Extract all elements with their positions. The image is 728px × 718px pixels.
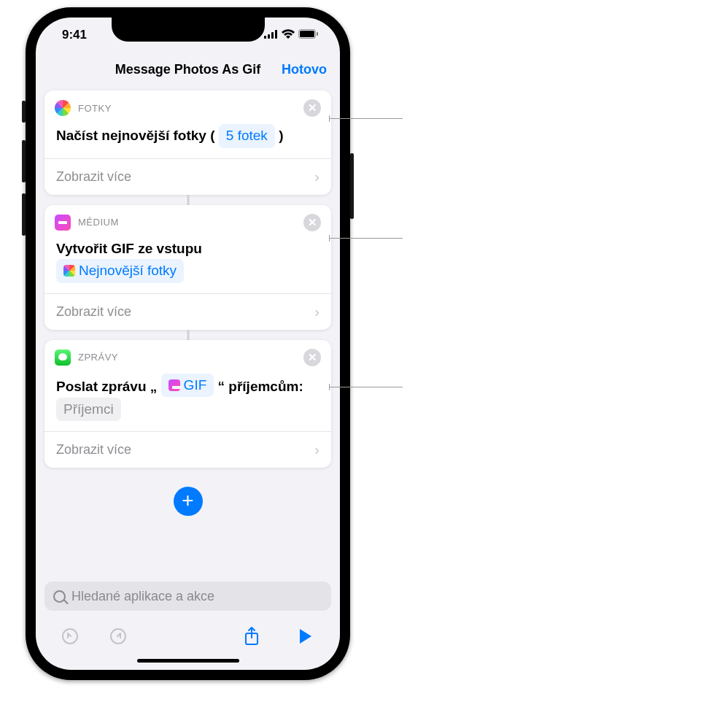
action-text: Poslat zprávu „ <box>56 379 157 394</box>
show-more-label: Zobrazit více <box>56 304 131 320</box>
notch <box>112 18 265 42</box>
wifi-icon <box>282 28 295 42</box>
chevron-right-icon: › <box>314 169 320 185</box>
show-more-label: Zobrazit více <box>56 169 131 185</box>
redo-button[interactable] <box>109 627 128 646</box>
nav-bar: Message Photos As Gif Hotovo <box>36 53 340 86</box>
card-app-label: FOTKY <box>78 103 112 114</box>
card-app-label: MÉDIUM <box>78 217 119 228</box>
photos-app-icon <box>55 100 71 116</box>
show-more-row[interactable]: Zobrazit více › <box>44 158 331 195</box>
undo-button[interactable] <box>61 627 80 646</box>
bottom-toolbar <box>44 618 331 655</box>
svg-rect-0 <box>264 36 266 39</box>
signal-icon <box>264 28 278 42</box>
card-app-label: ZPRÁVY <box>78 352 118 363</box>
flow-connector <box>44 330 331 340</box>
medium-app-icon <box>169 379 180 391</box>
callout-line <box>330 238 403 239</box>
action-text: Vytvořit GIF ze vstupu <box>56 239 320 260</box>
svg-rect-5 <box>300 31 314 37</box>
status-indicators <box>264 28 318 42</box>
chevron-right-icon: › <box>314 304 320 320</box>
home-indicator[interactable] <box>137 659 239 663</box>
search-placeholder: Hledané aplikace a akce <box>71 589 214 604</box>
input-variable-token[interactable]: Nejnovější fotky <box>56 259 184 283</box>
show-more-row[interactable]: Zobrazit více › <box>44 293 331 330</box>
action-description: Vytvořit GIF ze vstupu Nejnovější fotky <box>44 231 331 293</box>
action-description: Načíst nejnovější fotky ( 5 fotek ) <box>44 117 331 158</box>
svg-rect-6 <box>317 32 318 36</box>
action-description: Poslat zprávu „ GIF “ příjemcům: Příjemc… <box>44 366 331 431</box>
action-text-suffix: ) <box>279 128 283 143</box>
show-more-label: Zobrazit více <box>56 442 131 458</box>
recipients-placeholder-token[interactable]: Příjemci <box>56 398 121 422</box>
photos-app-icon <box>63 265 75 277</box>
share-button[interactable] <box>242 627 261 646</box>
svg-rect-3 <box>275 30 277 39</box>
editor-content: FOTKY ✕ Načíst nejnovější fotky ( 5 fote… <box>36 86 340 655</box>
svg-rect-2 <box>271 32 274 39</box>
action-text-mid: “ příjemcům: <box>218 379 303 394</box>
action-card-messages[interactable]: ZPRÁVY ✕ Poslat zprávu „ GIF “ příjemcům… <box>44 340 331 468</box>
flow-connector <box>44 195 331 205</box>
messages-app-icon <box>55 350 71 366</box>
phone-frame: 9:41 Message Photos As Gif Hotovo <box>26 7 350 680</box>
screen: 9:41 Message Photos As Gif Hotovo <box>36 18 340 670</box>
action-text: Načíst nejnovější fotky ( <box>56 128 215 143</box>
delete-action-button[interactable]: ✕ <box>303 349 321 366</box>
delete-action-button[interactable]: ✕ <box>303 99 321 117</box>
power-button[interactable] <box>350 153 354 219</box>
add-action-button[interactable]: + <box>174 487 203 516</box>
svg-rect-1 <box>268 34 270 39</box>
chevron-right-icon: › <box>314 441 320 458</box>
status-time: 9:41 <box>62 28 87 42</box>
show-more-row[interactable]: Zobrazit více › <box>44 431 331 468</box>
gif-variable-token[interactable]: GIF <box>161 374 214 398</box>
battery-icon <box>298 28 318 42</box>
done-button[interactable]: Hotovo <box>282 62 327 77</box>
callout-line <box>330 118 403 119</box>
play-button[interactable] <box>296 627 315 646</box>
parameter-count-token[interactable]: 5 fotek <box>219 124 275 148</box>
search-field[interactable]: Hledané aplikace a akce <box>44 582 331 611</box>
search-icon <box>53 590 66 603</box>
callout-line <box>330 387 403 387</box>
delete-action-button[interactable]: ✕ <box>303 214 321 231</box>
action-card-medium[interactable]: MÉDIUM ✕ Vytvořit GIF ze vstupu Nejnověj… <box>44 205 331 330</box>
action-card-photos[interactable]: FOTKY ✕ Načíst nejnovější fotky ( 5 fote… <box>44 90 331 195</box>
medium-app-icon <box>55 215 71 231</box>
